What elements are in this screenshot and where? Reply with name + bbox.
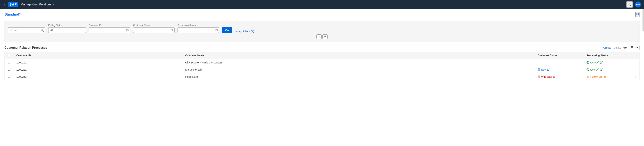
row-checkbox-cell: [5, 59, 14, 66]
filter-controls: ⌃ 📌: [8, 34, 636, 39]
row-checkbox-cell: [5, 66, 14, 73]
row-customer-id: 1000161: [13, 59, 182, 66]
row-checkbox-cell: [5, 73, 14, 80]
nav-bar: ‹ SAP Manage Geo Relations ▾ 🔍 DU: [0, 0, 644, 9]
table-row: 1000262Martin Ronald New (1) Kick-Off (1…: [5, 66, 640, 73]
nav-title: Manage Geo Relations ▾: [21, 3, 54, 6]
editing-status-select[interactable]: All: [48, 27, 86, 33]
row-nav-cell: ›: [632, 59, 639, 66]
data-table: Customer ID Customer Name Customer Statu…: [4, 52, 640, 80]
filter-bar: 🔍 Editing Status: All ▾ Customer ID:: [4, 21, 640, 42]
row-processing-status: Kick-Off (1): [584, 59, 632, 66]
customer-status-input[interactable]: [133, 27, 174, 33]
customer-status-label: Customer Status:: [133, 24, 174, 27]
customer-id-input[interactable]: [89, 27, 130, 33]
customer-status-input-wrapper: [133, 27, 174, 33]
create-button[interactable]: Create: [604, 46, 611, 49]
svg-point-4: [625, 47, 626, 48]
row-processing-status: Kick-Off (1): [584, 66, 632, 73]
filter-row: 🔍 Editing Status: All ▾ Customer ID:: [8, 24, 636, 33]
row-processing-status: Follow-Up (3): [584, 73, 632, 80]
sap-logo: SAP: [8, 2, 18, 7]
col-header-customer-status: Customer Status: [535, 52, 584, 59]
nav-title-text: Manage Geo Relations: [21, 3, 52, 6]
scrollbar[interactable]: [642, 9, 644, 31]
editing-status-select-wrapper: All ▾: [48, 27, 86, 33]
customer-status-value-help-button[interactable]: [171, 29, 174, 32]
editing-status-group: Editing Status: All ▾: [48, 24, 86, 33]
processing-status-badge: Kick-Off (1): [586, 61, 629, 64]
row-checkbox[interactable]: [8, 61, 10, 64]
svg-rect-10: [631, 47, 633, 48]
table-title: Customer Relation Processes: [4, 46, 47, 49]
nav-avatar[interactable]: DU: [635, 1, 641, 7]
customer-id-value-help-button[interactable]: [126, 29, 129, 32]
row-nav-button[interactable]: ›: [635, 75, 636, 78]
view-title-text: Standard*: [4, 12, 20, 16]
svg-rect-11: [631, 48, 633, 48]
row-customer-id: 1000262: [13, 66, 182, 73]
customer-status-group: Customer Status:: [133, 24, 174, 33]
col-header-checkbox: [5, 52, 14, 59]
view-header: Standard* ⌄: [4, 12, 640, 17]
row-nav-button[interactable]: ›: [635, 61, 636, 64]
adapt-filters-button[interactable]: Adapt Filters (1): [235, 30, 254, 33]
row-customer-status: [535, 59, 584, 66]
table-view-button: ▼: [629, 45, 640, 50]
main-content: Standard* ⌄ 🔍 Editing Status:: [0, 9, 644, 146]
nav-search-button[interactable]: 🔍: [626, 1, 633, 8]
customer-id-label: Customer ID:: [89, 24, 130, 27]
filter-collapse-button[interactable]: ⌃: [316, 34, 322, 39]
search-input[interactable]: [8, 27, 45, 33]
processing-status-badge: Follow-Up (3): [586, 75, 629, 78]
svg-rect-9: [631, 46, 633, 47]
search-filter-group: 🔍: [8, 27, 45, 33]
col-header-processing-status: Processing Status: [584, 52, 632, 59]
customer-id-input-wrapper: [89, 27, 130, 33]
table-section: Customer Relation Processes Create Delet…: [4, 45, 640, 80]
processing-status-group: Processing Status:: [178, 24, 219, 33]
table-head: Customer ID Customer Name Customer Statu…: [5, 52, 640, 59]
row-nav-button[interactable]: ›: [635, 68, 636, 71]
export-button[interactable]: [635, 12, 640, 17]
row-customer-status: Win-Back (3): [535, 73, 584, 80]
processing-status-input[interactable]: [178, 27, 219, 33]
row-customer-name: Hugo Karen: [182, 73, 535, 80]
search-input-wrapper: 🔍: [8, 27, 45, 33]
table-header: Customer Relation Processes Create Delet…: [4, 45, 640, 50]
processing-status-value-help-button[interactable]: [215, 29, 218, 32]
view-title-chevron-icon: ⌄: [22, 13, 24, 16]
row-checkbox[interactable]: [8, 75, 10, 78]
table-view-chevron-button[interactable]: ▼: [635, 46, 639, 50]
customer-id-group: Customer ID:: [89, 24, 130, 33]
table-body: 1000161City Scooter - Paris city-scooter…: [5, 59, 640, 80]
table-actions: Create Delete: [604, 45, 640, 50]
editing-status-label: Editing Status:: [48, 24, 86, 27]
processing-status-label: Processing Status:: [178, 24, 219, 27]
view-title[interactable]: Standard* ⌄: [4, 12, 24, 16]
col-header-nav: [632, 52, 639, 59]
processing-status-badge: Kick-Off (1): [586, 68, 629, 71]
back-button[interactable]: ‹: [3, 2, 6, 7]
row-customer-name: City Scooter - Paris city-scooter: [182, 59, 535, 66]
table-header-row: Customer ID Customer Name Customer Statu…: [5, 52, 640, 59]
svg-point-12: [587, 61, 589, 64]
search-icon-button[interactable]: 🔍: [40, 29, 44, 32]
customer-status-badge: Win-Back (3): [538, 75, 580, 78]
delete-button[interactable]: Delete: [614, 46, 621, 49]
processing-status-input-wrapper: [178, 27, 219, 33]
nav-title-chevron-icon: ▾: [52, 3, 54, 6]
row-customer-id: 1000263: [13, 73, 182, 80]
row-customer-name: Martin Ronald: [182, 66, 535, 73]
row-checkbox[interactable]: [8, 68, 10, 71]
row-nav-cell: ›: [632, 66, 639, 73]
table-view-list-button[interactable]: [629, 45, 635, 50]
go-button[interactable]: Go: [222, 27, 232, 33]
select-all-checkbox[interactable]: [8, 54, 10, 56]
svg-point-14: [587, 69, 589, 71]
svg-point-13: [538, 69, 540, 71]
table-row: 1000161City Scooter - Paris city-scooter…: [5, 59, 640, 66]
table-settings-button[interactable]: [623, 46, 627, 50]
row-customer-status: New (1): [535, 66, 584, 73]
filter-pin-button[interactable]: 📌: [322, 34, 328, 39]
